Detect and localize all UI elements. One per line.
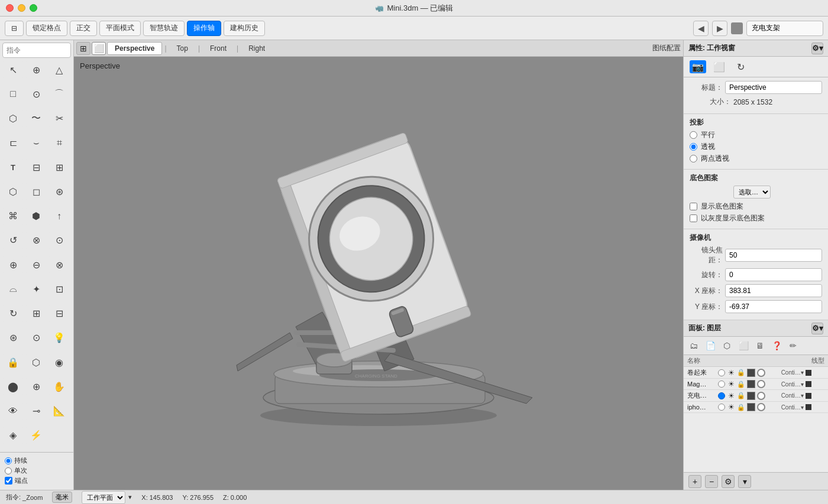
point-tool[interactable]: ⊕ [25, 61, 47, 78]
layer-weight-2[interactable] [806, 393, 811, 399]
extend-tool[interactable]: ⌗ [48, 135, 70, 151]
new-layer-icon[interactable]: 📄 [704, 339, 717, 352]
scale-tool[interactable]: ⊞ [25, 305, 47, 322]
layer-color-3[interactable] [747, 403, 755, 411]
flat-view-icon[interactable]: ⬜ [711, 60, 727, 73]
layer-sun-2[interactable]: ☀ [727, 392, 735, 400]
light-tool[interactable]: 💡 [48, 330, 70, 346]
close-button[interactable] [6, 4, 14, 12]
proj-perspective-radio[interactable] [690, 143, 697, 151]
render-tool[interactable]: ◈ [2, 427, 24, 444]
gray-bg-checkbox[interactable] [690, 214, 697, 222]
traffic-lights[interactable] [6, 4, 37, 12]
arc-tool[interactable]: ⌒ [48, 86, 70, 102]
boolean-diff[interactable]: ⊖ [25, 256, 47, 273]
layer-sun-1[interactable]: ☀ [727, 380, 735, 388]
revolve-tool[interactable]: ↺ [2, 232, 24, 249]
background-select[interactable]: 选取… [733, 186, 771, 199]
layer-color-1[interactable] [747, 380, 755, 388]
loft-tool[interactable]: ⊗ [25, 232, 47, 249]
block-tool[interactable]: ⬡ [2, 183, 24, 200]
layer-extra-button[interactable]: ▾ [738, 475, 751, 488]
hatch-tool[interactable]: ⊞ [48, 159, 70, 175]
mesh-tool[interactable]: ⌘ [2, 208, 24, 225]
focal-length-input[interactable] [725, 249, 822, 262]
tab-front[interactable]: Front [202, 42, 234, 55]
proj-2pt-radio[interactable] [690, 155, 697, 162]
layer-color-0[interactable] [747, 369, 755, 377]
3d-layer-icon[interactable]: ⬡ [720, 339, 733, 352]
dim-tool[interactable]: ⊟ [25, 159, 47, 175]
trim-tool[interactable]: ✂ [48, 110, 70, 127]
draw-icon[interactable]: ✏ [787, 339, 800, 352]
layer-sun-3[interactable]: ☀ [727, 403, 735, 411]
show-bg-checkbox[interactable] [690, 203, 697, 210]
text-tool[interactable]: T [2, 159, 24, 175]
circle-tool[interactable]: ⊙ [25, 86, 47, 102]
viewport-canvas[interactable]: Perspective CHARGING STAND [74, 57, 683, 490]
material-tool[interactable]: ⬤ [2, 378, 24, 395]
layout-single-icon[interactable]: ⬜ [92, 42, 106, 55]
layout-grid-icon[interactable]: ⊞ [76, 42, 90, 55]
camera-view-icon[interactable]: 📷 [690, 60, 706, 73]
rotation-input[interactable] [725, 268, 822, 281]
pan-tool[interactable]: ✋ [48, 378, 70, 395]
lock-grid-button[interactable]: 锁定格点 [26, 21, 67, 36]
command-input[interactable] [2, 43, 71, 58]
ortho-button[interactable]: 正交 [70, 21, 97, 36]
model-name-field[interactable] [746, 21, 823, 36]
blend-tool[interactable]: ⌣ [25, 135, 47, 151]
solid-tool[interactable]: ⬢ [25, 208, 47, 225]
mirror-tool[interactable]: ⊟ [48, 305, 70, 322]
offset-tool[interactable]: ⊏ [2, 135, 24, 151]
layer-weight-0[interactable] [806, 370, 811, 376]
layer-visible-0[interactable] [718, 369, 725, 376]
layer-lock-3[interactable]: 🔒 [737, 404, 745, 411]
minimize-button[interactable] [18, 4, 25, 12]
view-tool[interactable]: 👁 [2, 403, 24, 420]
rotate-view-icon[interactable]: ↻ [732, 60, 749, 73]
radio-persistent[interactable]: 持续 [5, 456, 69, 465]
surface-tool[interactable]: ◻ [25, 183, 47, 200]
properties-settings-button[interactable]: ⚙▾ [811, 43, 823, 54]
unit-button[interactable]: 毫米 [52, 492, 72, 503]
radio-once[interactable]: 单次 [5, 466, 69, 475]
layer-visible-1[interactable] [718, 381, 725, 388]
layers-settings-button[interactable]: ⚙▾ [811, 323, 823, 334]
copy-tool[interactable]: ⊡ [48, 281, 70, 297]
layer-sun-0[interactable]: ☀ [727, 369, 735, 377]
ops-axis-button[interactable]: 操作轴 [187, 21, 221, 36]
monitor-icon[interactable]: 🖥 [753, 339, 766, 352]
workspace-select[interactable]: 工作平面 [82, 491, 125, 504]
layer-row-1[interactable]: Mag… ☀ 🔒 Conti…▾ [684, 379, 828, 390]
zoom-tool[interactable]: ⊕ [25, 378, 47, 395]
nav-forward-button[interactable]: ▶ [712, 21, 727, 36]
layer-lock-0[interactable]: 🔒 [737, 369, 745, 376]
help-icon[interactable]: ❓ [770, 339, 783, 352]
layer-tool[interactable]: ⬡ [25, 354, 47, 370]
layer-visible-3[interactable] [718, 404, 725, 411]
layer-row-3[interactable]: ipho… ☀ 🔒 Conti…▾ [684, 402, 828, 413]
tab-perspective[interactable]: Perspective [107, 42, 162, 55]
table-icon[interactable]: ⬜ [737, 339, 750, 352]
snap-tool[interactable]: ⊸ [25, 403, 47, 420]
stop-button[interactable] [731, 22, 743, 34]
layer-circle-0[interactable] [757, 369, 765, 377]
group-tool[interactable]: ⊙ [25, 330, 47, 346]
boolean-union[interactable]: ⊕ [2, 256, 24, 273]
boolean-int[interactable]: ⊗ [48, 256, 70, 273]
nurbs-tool[interactable]: ⊛ [48, 183, 70, 200]
layer-weight-3[interactable] [806, 404, 811, 410]
rect-tool[interactable]: □ [2, 86, 24, 102]
layer-circle-1[interactable] [757, 380, 765, 388]
extrude-tool[interactable]: ↑ [48, 208, 70, 225]
fillet-tool[interactable]: ⌓ [2, 281, 24, 297]
tab-top[interactable]: Top [169, 42, 196, 55]
freeform-tool[interactable]: 〜 [25, 110, 47, 127]
move-tool[interactable]: ✦ [25, 281, 47, 297]
x-coord-input[interactable] [725, 284, 822, 297]
rotate-tool[interactable]: ↻ [2, 305, 24, 322]
array-tool[interactable]: ⊛ [2, 330, 24, 346]
layer-color-2[interactable] [747, 392, 755, 400]
layer-lock-1[interactable]: 🔒 [737, 381, 745, 388]
